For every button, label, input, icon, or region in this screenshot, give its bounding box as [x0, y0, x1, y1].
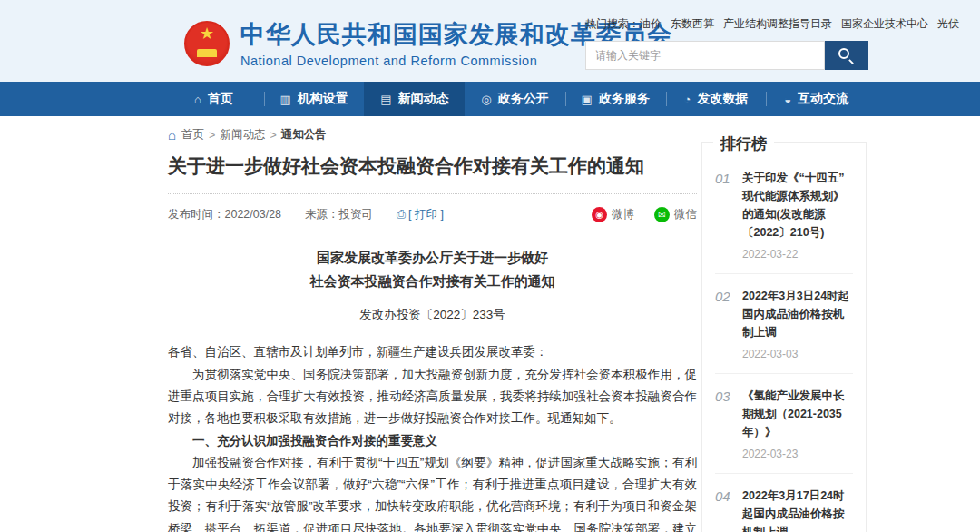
- hot-search-term[interactable]: 光伏: [937, 17, 959, 30]
- breadcrumb: ⌂ 首页 > 新闻动态 > 通知公告: [168, 127, 327, 143]
- nav-item-ndrc-data[interactable]: ◔ 发改数据: [666, 82, 767, 116]
- ranking-panel-title: 排行榜: [713, 133, 774, 154]
- hot-search-label: 热门搜索：: [585, 17, 640, 30]
- breadcrumb-home[interactable]: 首页: [181, 127, 204, 143]
- nav-label: 政务公开: [498, 91, 549, 107]
- rank-item-date: 2022-03-23: [742, 448, 853, 460]
- news-icon: ▤: [380, 93, 391, 106]
- nav-label: 首页: [208, 91, 233, 107]
- nav-label: 新闻动态: [397, 91, 448, 107]
- rank-item-link[interactable]: 2022年3月17日24时起国内成品油价格按机制上调: [742, 487, 853, 532]
- share-weibo-label: 微博: [612, 207, 634, 222]
- document-number: 发改办投资〔2022〕233号: [168, 307, 697, 323]
- hot-search-term[interactable]: 东数西算: [671, 17, 714, 30]
- rank-item-link[interactable]: 《氢能产业发展中长期规划（2021-2035 年）》: [742, 387, 853, 441]
- list-item: 01 关于印发《“十四五”现代能源体系规划》的通知(发改能源〔2022〕210号…: [715, 163, 853, 273]
- publish-time: 发布时间：2022/03/28: [168, 207, 281, 222]
- breadcrumb-separator: >: [209, 129, 215, 142]
- wechat-icon: ✉: [654, 207, 670, 222]
- hot-search-term[interactable]: 国家企业技术中心: [841, 17, 928, 30]
- nav-label: 发改数据: [697, 91, 748, 107]
- hot-search-term[interactable]: 油价: [640, 17, 662, 30]
- rank-number: 02: [715, 287, 742, 360]
- document-title-line2: 社会资本投融资合作对接有关工作的通知: [168, 270, 697, 293]
- source-label: 来源：: [305, 208, 339, 221]
- article-section-heading: 一、充分认识加强投融资合作对接的重要意义: [168, 430, 697, 452]
- search-icon: [838, 48, 849, 59]
- hot-search-term[interactable]: 产业结构调整指导目录: [723, 17, 832, 30]
- emblem-gate-shape: [197, 49, 217, 57]
- broadcast-icon: ◎: [481, 93, 491, 106]
- nav-label: 机构设置: [298, 91, 348, 107]
- breadcrumb-news[interactable]: 新闻动态: [220, 127, 265, 143]
- print-label: [ 打印 ]: [408, 208, 444, 221]
- document-icon: ▣: [582, 93, 593, 106]
- article-paragraph: 各省、自治区、直辖市及计划单列市，新疆生产建设兵团发展改革委：: [168, 341, 697, 363]
- nav-item-news[interactable]: ▤ 新闻动态: [364, 82, 465, 116]
- nav-item-gov-services[interactable]: ▣ 政务服务: [565, 82, 666, 116]
- ranking-panel: 排行榜 01 关于印发《“十四五”现代能源体系规划》的通知(发改能源〔2022〕…: [701, 142, 867, 532]
- home-icon: ⌂: [168, 127, 176, 143]
- home-icon: ⌂: [194, 93, 201, 106]
- rank-number: 03: [715, 387, 742, 460]
- share-weibo-button[interactable]: ◉ 微博: [592, 207, 634, 222]
- publish-time-value: 2022/03/28: [225, 208, 282, 221]
- list-item: 02 2022年3月3日24时起国内成品油价格按机制上调 2022-03-03: [715, 273, 853, 373]
- emblem-star-icon: ★: [186, 25, 228, 43]
- search-input[interactable]: [585, 41, 825, 70]
- page-title: 关于进一步做好社会资本投融资合作对接有关工作的通知: [168, 153, 697, 194]
- list-item: 03 《氢能产业发展中长期规划（2021-2035 年）》 2022-03-23: [715, 373, 853, 473]
- main-nav: ⌂ 首页 ▥ 机构设置 ▤ 新闻动态 ◎ 政务公开 ▣ 政务服务 ◔ 发改数据 …: [0, 82, 980, 116]
- search-button[interactable]: [825, 41, 868, 70]
- institution-icon: ▥: [279, 93, 290, 106]
- print-button[interactable]: ⎙[ 打印 ]: [397, 207, 444, 222]
- nav-item-interaction[interactable]: ◒ 互动交流: [766, 82, 867, 116]
- print-icon: ⎙: [397, 208, 406, 221]
- nav-label: 政务服务: [599, 91, 650, 107]
- chat-icon: ◒: [784, 93, 791, 106]
- pie-chart-icon: ◔: [684, 93, 691, 106]
- article-paragraph: 为贯彻落实党中央、国务院决策部署，加大投融资创新力度，充分发挥社会资本积极作用，…: [168, 364, 697, 430]
- share-wechat-button[interactable]: ✉ 微信: [654, 207, 697, 222]
- share-wechat-label: 微信: [674, 207, 697, 222]
- national-emblem-icon: ★: [184, 21, 230, 66]
- nav-item-organization[interactable]: ▥ 机构设置: [264, 82, 365, 116]
- rank-item-link[interactable]: 关于印发《“十四五”现代能源体系规划》的通知(发改能源〔2022〕210号): [742, 169, 853, 241]
- hot-search-bar: 热门搜索：油价东数西算产业结构调整指导目录国家企业技术中心光伏: [585, 16, 868, 32]
- content-area: ⌂ 首页 > 新闻动态 > 通知公告 关于进一步做好社会资本投融资合作对接有关工…: [0, 116, 980, 532]
- document-title: 国家发展改革委办公厅关于进一步做好 社会资本投融资合作对接有关工作的通知: [168, 246, 697, 292]
- publish-time-label: 发布时间：: [168, 208, 225, 221]
- rank-item-date: 2022-03-22: [742, 248, 853, 261]
- article-meta: 发布时间：2022/03/28 来源：投资司 ⎙[ 打印 ] ◉ 微博 ✉ 微信: [168, 207, 697, 222]
- rank-item-link[interactable]: 2022年3月3日24时起国内成品油价格按机制上调: [742, 287, 853, 341]
- article-paragraph: 加强投融资合作对接，有利于贯彻“十四五”规划《纲要》精神，促进国家重大战略实施；…: [168, 452, 697, 532]
- document-title-line1: 国家发展改革委办公厅关于进一步做好: [168, 246, 697, 270]
- article-body: 各省、自治区、直辖市及计划单列市，新疆生产建设兵团发展改革委： 为贯彻落实党中央…: [168, 341, 697, 532]
- source-value: 投资司: [339, 208, 374, 221]
- article: 关于进一步做好社会资本投融资合作对接有关工作的通知 发布时间：2022/03/2…: [168, 153, 697, 532]
- breadcrumb-separator: >: [270, 129, 276, 142]
- breadcrumb-current: 通知公告: [281, 127, 327, 143]
- article-source: 来源：投资司: [305, 207, 373, 222]
- rank-number: 04: [715, 487, 742, 532]
- site-header: ★ 中华人民共和国国家发展和改革委员会 National Development…: [0, 0, 980, 82]
- rank-item-date: 2022-03-03: [742, 348, 853, 360]
- rank-number: 01: [715, 169, 742, 261]
- nav-item-home[interactable]: ⌂ 首页: [163, 82, 264, 116]
- nav-item-gov-disclosure[interactable]: ◎ 政务公开: [465, 82, 565, 116]
- weibo-icon: ◉: [592, 207, 607, 222]
- nav-label: 互动交流: [798, 91, 848, 107]
- list-item: 04 2022年3月17日24时起国内成品油价格按机制上调 2022-03-17: [715, 473, 853, 532]
